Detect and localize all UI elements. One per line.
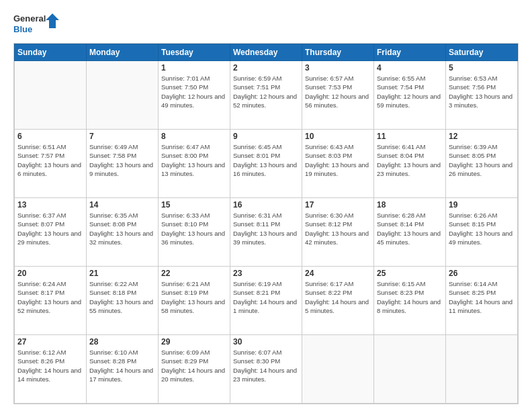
calendar: SundayMondayTuesdayWednesdayThursdayFrid…: [13, 43, 519, 404]
calendar-cell: 16Sunrise: 6:31 AM Sunset: 8:11 PM Dayli…: [230, 198, 302, 267]
day-info: Sunrise: 6:41 AM Sunset: 8:04 PM Dayligh…: [377, 142, 443, 178]
day-info: Sunrise: 6:45 AM Sunset: 8:01 PM Dayligh…: [233, 142, 299, 178]
day-info: Sunrise: 6:09 AM Sunset: 8:29 PM Dayligh…: [161, 348, 227, 383]
day-number: 23: [233, 269, 299, 278]
calendar-cell: 29Sunrise: 6:09 AM Sunset: 8:29 PM Dayli…: [159, 335, 230, 404]
calendar-cell: 18Sunrise: 6:28 AM Sunset: 8:14 PM Dayli…: [374, 198, 446, 267]
calendar-cell: 13Sunrise: 6:37 AM Sunset: 8:07 PM Dayli…: [15, 198, 87, 267]
day-info: Sunrise: 6:31 AM Sunset: 8:11 PM Dayligh…: [233, 211, 299, 246]
day-number: 21: [89, 269, 155, 278]
day-number: 11: [377, 132, 443, 141]
svg-text:Blue: Blue: [13, 24, 32, 34]
day-info: Sunrise: 6:12 AM Sunset: 8:26 PM Dayligh…: [17, 348, 83, 383]
day-number: 30: [233, 337, 299, 347]
calendar-cell: [374, 335, 446, 404]
day-number: 17: [305, 200, 371, 210]
calendar-cell: 23Sunrise: 6:19 AM Sunset: 8:21 PM Dayli…: [230, 267, 302, 335]
day-number: 14: [89, 200, 155, 210]
calendar-cell: 12Sunrise: 6:39 AM Sunset: 8:05 PM Dayli…: [446, 130, 518, 198]
day-info: Sunrise: 6:15 AM Sunset: 8:23 PM Dayligh…: [377, 279, 443, 315]
day-number: 7: [89, 132, 155, 141]
day-info: Sunrise: 6:57 AM Sunset: 7:53 PM Dayligh…: [305, 74, 371, 109]
day-info: Sunrise: 6:35 AM Sunset: 8:08 PM Dayligh…: [89, 211, 155, 246]
day-number: 3: [305, 63, 371, 73]
day-info: Sunrise: 6:59 AM Sunset: 7:51 PM Dayligh…: [233, 74, 299, 109]
day-number: 2: [233, 63, 299, 73]
calendar-week-row: 6Sunrise: 6:51 AM Sunset: 7:57 PM Daylig…: [15, 130, 518, 198]
calendar-cell: 9Sunrise: 6:45 AM Sunset: 8:01 PM Daylig…: [230, 130, 302, 198]
calendar-cell: 8Sunrise: 6:47 AM Sunset: 8:00 PM Daylig…: [159, 130, 230, 198]
day-number: 6: [17, 132, 83, 141]
day-number: 1: [161, 63, 227, 73]
day-info: Sunrise: 6:47 AM Sunset: 8:00 PM Dayligh…: [161, 142, 227, 178]
calendar-cell: 10Sunrise: 6:43 AM Sunset: 8:03 PM Dayli…: [302, 130, 374, 198]
day-info: Sunrise: 6:55 AM Sunset: 7:54 PM Dayligh…: [377, 74, 443, 109]
day-number: 22: [161, 269, 227, 278]
day-number: 18: [377, 200, 443, 210]
header-saturday: Saturday: [446, 44, 518, 61]
day-info: Sunrise: 6:37 AM Sunset: 8:07 PM Dayligh…: [17, 211, 83, 246]
day-number: 29: [161, 337, 227, 347]
calendar-cell: 15Sunrise: 6:33 AM Sunset: 8:10 PM Dayli…: [159, 198, 230, 267]
calendar-cell: 5Sunrise: 6:53 AM Sunset: 7:56 PM Daylig…: [446, 61, 518, 130]
calendar-cell: 30Sunrise: 6:07 AM Sunset: 8:30 PM Dayli…: [230, 335, 302, 404]
logo: General Blue: [13, 11, 60, 38]
day-info: Sunrise: 6:07 AM Sunset: 8:30 PM Dayligh…: [233, 348, 299, 383]
svg-marker-2: [46, 13, 59, 28]
calendar-cell: 6Sunrise: 6:51 AM Sunset: 7:57 PM Daylig…: [15, 130, 87, 198]
calendar-cell: 1Sunrise: 7:01 AM Sunset: 7:50 PM Daylig…: [159, 61, 230, 130]
day-number: 15: [161, 200, 227, 210]
calendar-cell: 20Sunrise: 6:24 AM Sunset: 8:17 PM Dayli…: [15, 267, 87, 335]
day-info: Sunrise: 6:51 AM Sunset: 7:57 PM Dayligh…: [17, 142, 83, 178]
day-number: 20: [17, 269, 83, 278]
day-info: Sunrise: 6:19 AM Sunset: 8:21 PM Dayligh…: [233, 279, 299, 315]
day-info: Sunrise: 6:21 AM Sunset: 8:19 PM Dayligh…: [161, 279, 227, 315]
calendar-week-row: 13Sunrise: 6:37 AM Sunset: 8:07 PM Dayli…: [15, 198, 518, 267]
calendar-week-row: 1Sunrise: 7:01 AM Sunset: 7:50 PM Daylig…: [15, 61, 518, 130]
calendar-cell: [302, 335, 374, 404]
header-thursday: Thursday: [302, 44, 374, 61]
day-info: Sunrise: 6:33 AM Sunset: 8:10 PM Dayligh…: [161, 211, 227, 246]
calendar-cell: 14Sunrise: 6:35 AM Sunset: 8:08 PM Dayli…: [87, 198, 159, 267]
day-info: Sunrise: 6:26 AM Sunset: 8:15 PM Dayligh…: [449, 211, 515, 246]
header-tuesday: Tuesday: [159, 44, 230, 61]
calendar-cell: 22Sunrise: 6:21 AM Sunset: 8:19 PM Dayli…: [159, 267, 230, 335]
calendar-cell: 24Sunrise: 6:17 AM Sunset: 8:22 PM Dayli…: [302, 267, 374, 335]
logo-svg: General Blue: [13, 11, 60, 38]
calendar-cell: 25Sunrise: 6:15 AM Sunset: 8:23 PM Dayli…: [374, 267, 446, 335]
calendar-cell: 3Sunrise: 6:57 AM Sunset: 7:53 PM Daylig…: [302, 61, 374, 130]
calendar-cell: 19Sunrise: 6:26 AM Sunset: 8:15 PM Dayli…: [446, 198, 518, 267]
day-number: 25: [377, 269, 443, 278]
day-info: Sunrise: 6:28 AM Sunset: 8:14 PM Dayligh…: [377, 211, 443, 246]
day-info: Sunrise: 6:17 AM Sunset: 8:22 PM Dayligh…: [305, 279, 371, 315]
day-number: 13: [17, 200, 83, 210]
day-number: 27: [17, 337, 83, 347]
day-info: Sunrise: 7:01 AM Sunset: 7:50 PM Dayligh…: [161, 74, 227, 109]
header-monday: Monday: [87, 44, 159, 61]
calendar-header-row: SundayMondayTuesdayWednesdayThursdayFrid…: [15, 44, 518, 61]
day-number: 28: [89, 337, 155, 347]
day-info: Sunrise: 6:49 AM Sunset: 7:58 PM Dayligh…: [89, 142, 155, 178]
day-info: Sunrise: 6:14 AM Sunset: 8:25 PM Dayligh…: [449, 279, 515, 315]
calendar-cell: 11Sunrise: 6:41 AM Sunset: 8:04 PM Dayli…: [374, 130, 446, 198]
calendar-cell: [15, 61, 87, 130]
day-number: 9: [233, 132, 299, 141]
calendar-week-row: 20Sunrise: 6:24 AM Sunset: 8:17 PM Dayli…: [15, 267, 518, 335]
day-number: 12: [449, 132, 515, 141]
calendar-cell: 28Sunrise: 6:10 AM Sunset: 8:28 PM Dayli…: [87, 335, 159, 404]
calendar-cell: [87, 61, 159, 130]
day-info: Sunrise: 6:30 AM Sunset: 8:12 PM Dayligh…: [305, 211, 371, 246]
day-info: Sunrise: 6:53 AM Sunset: 7:56 PM Dayligh…: [449, 74, 515, 109]
calendar-cell: 4Sunrise: 6:55 AM Sunset: 7:54 PM Daylig…: [374, 61, 446, 130]
day-number: 16: [233, 200, 299, 210]
day-number: 4: [377, 63, 443, 73]
day-number: 19: [449, 200, 515, 210]
day-number: 10: [305, 132, 371, 141]
header-wednesday: Wednesday: [230, 44, 302, 61]
day-info: Sunrise: 6:24 AM Sunset: 8:17 PM Dayligh…: [17, 279, 83, 315]
calendar-week-row: 27Sunrise: 6:12 AM Sunset: 8:26 PM Dayli…: [15, 335, 518, 404]
day-info: Sunrise: 6:39 AM Sunset: 8:05 PM Dayligh…: [449, 142, 515, 178]
calendar-cell: 17Sunrise: 6:30 AM Sunset: 8:12 PM Dayli…: [302, 198, 374, 267]
calendar-cell: [446, 335, 518, 404]
day-number: 24: [305, 269, 371, 278]
